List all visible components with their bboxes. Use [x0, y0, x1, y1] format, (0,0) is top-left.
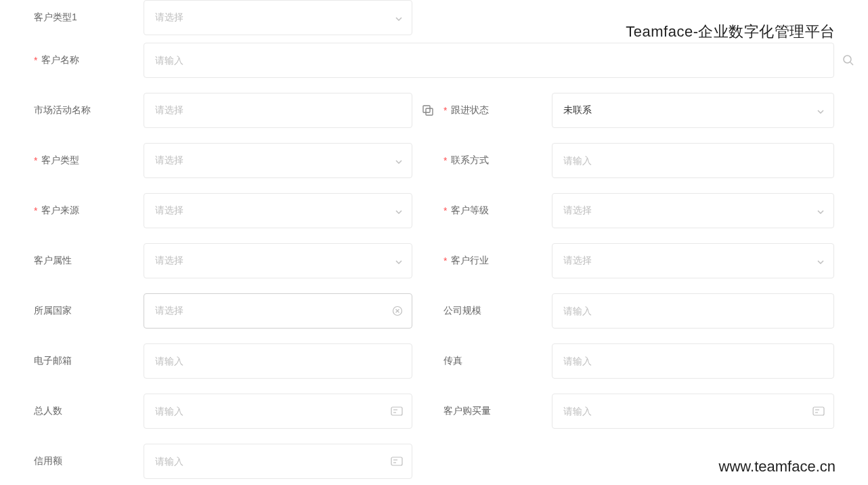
svg-rect-3	[426, 108, 433, 115]
required-mark: *	[443, 205, 447, 216]
required-mark: *	[34, 55, 37, 66]
label-company-size: 公司规模	[443, 305, 552, 317]
input-customer-name[interactable]	[144, 43, 834, 78]
link-icon[interactable]	[422, 104, 434, 117]
input-contact-method[interactable]	[552, 143, 834, 178]
label-customer-level: * 客户等级	[443, 205, 552, 217]
label-customer-name: * 客户名称	[34, 54, 144, 66]
select-customer-industry[interactable]: 请选择	[552, 243, 834, 278]
label-follow-status: * 跟进状态	[443, 104, 552, 117]
required-mark: *	[34, 155, 37, 166]
required-mark: *	[443, 155, 447, 166]
required-mark: *	[34, 205, 37, 216]
search-icon[interactable]	[842, 54, 854, 66]
brand-url: www.teamface.cn	[719, 458, 836, 476]
label-campaign-name: 市场活动名称	[34, 104, 144, 117]
select-customer-attribute[interactable]: 请选择	[144, 243, 412, 278]
label-country: 所属国家	[34, 305, 144, 317]
input-company-size[interactable]	[552, 293, 834, 329]
close-circle-icon[interactable]	[392, 305, 403, 316]
label-email: 电子邮箱	[34, 355, 144, 367]
select-customer-level[interactable]: 请选择	[552, 193, 834, 228]
form-container: 客户类型1 请选择 * 客户名称	[0, 0, 868, 485]
input-total-people[interactable]	[144, 394, 412, 429]
input-credit-limit[interactable]	[144, 444, 412, 479]
input-purchase-amount[interactable]	[552, 394, 834, 429]
svg-line-1	[850, 62, 853, 65]
label-purchase-amount: 客户购买量	[443, 405, 552, 417]
label-customer-type: * 客户类型	[34, 154, 144, 167]
select-country[interactable]: 请选择	[144, 293, 412, 329]
svg-point-0	[844, 56, 851, 63]
select-campaign-name[interactable]: 请选择	[144, 93, 412, 128]
required-mark: *	[443, 105, 447, 116]
input-email[interactable]	[144, 343, 412, 379]
label-customer-industry: * 客户行业	[443, 255, 552, 267]
svg-rect-2	[423, 106, 430, 112]
select-follow-status[interactable]: 未联系	[552, 93, 834, 128]
required-mark: *	[443, 255, 447, 266]
select-customer-type[interactable]: 请选择	[144, 143, 412, 178]
label-credit-limit: 信用额	[34, 455, 144, 467]
select-customer-type-1[interactable]: 请选择	[144, 0, 412, 35]
select-customer-source[interactable]: 请选择	[144, 193, 412, 228]
label-total-people: 总人数	[34, 405, 144, 417]
label-customer-attribute: 客户属性	[34, 255, 144, 267]
label-customer-type-1: 客户类型1	[34, 12, 144, 24]
label-fax: 传真	[443, 355, 552, 367]
brand-title: Teamface-企业数字化管理平台	[626, 22, 836, 42]
label-contact-method: * 联系方式	[443, 154, 552, 167]
input-fax[interactable]	[552, 343, 834, 379]
label-customer-source: * 客户来源	[34, 205, 144, 217]
